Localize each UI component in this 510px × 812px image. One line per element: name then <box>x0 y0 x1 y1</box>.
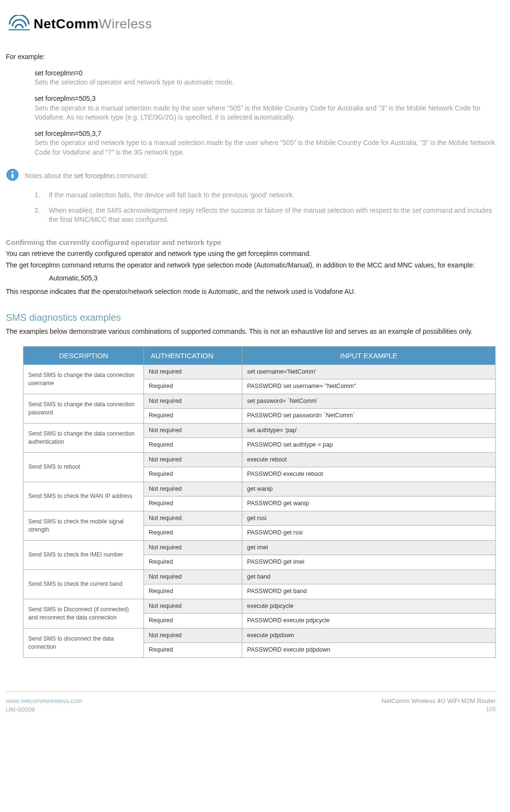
cell-auth: Not required <box>144 423 242 438</box>
cell-input: get wanip <box>242 482 496 497</box>
logo-light: Wireless <box>99 16 152 31</box>
table-row: Send SMS to change the data connection u… <box>24 364 496 379</box>
footer-um: UM-00009 <box>6 705 83 714</box>
cell-description: Send SMS to check the WAN IP address <box>24 482 144 511</box>
footer-page: 103 <box>381 705 496 714</box>
cell-auth: Required <box>144 584 242 599</box>
cell-input: get band <box>242 570 496 584</box>
table-row: Send SMS to check the mobile signal stre… <box>24 511 496 526</box>
example-cmd-2: set forceplmn=505,3,7 <box>35 129 496 139</box>
note-item-1: 1. If the manual selection fails, the de… <box>35 191 496 200</box>
confirm-p1: You can retrieve the currently configure… <box>6 249 496 259</box>
svg-rect-3 <box>12 174 13 178</box>
example-desc-1: Sets the operator to a manual selection … <box>35 104 496 122</box>
cell-auth: Not required <box>144 511 242 526</box>
cell-auth: Not required <box>144 394 242 409</box>
cell-description: Send SMS to check the IMEI number <box>24 540 144 570</box>
cell-auth: Required <box>144 643 242 658</box>
example-cmd-0: set forceplmn=0 <box>35 69 496 78</box>
cell-auth: Not required <box>144 570 242 584</box>
table-row: Send SMS to check the WAN IP addressNot … <box>24 482 496 497</box>
cell-auth: Not required <box>144 364 242 379</box>
table-row: Send SMS to check the IMEI numberNot req… <box>24 540 496 555</box>
cell-input: PASSWORD set authtype = pap <box>242 438 496 453</box>
example-desc-2: Sets the operator and network type to a … <box>35 138 496 157</box>
page-footer: www.netcommwireless.com UM-00009 NetComm… <box>6 691 496 714</box>
note-text-1: If the manual selection fails, the devic… <box>49 191 295 200</box>
table-row: Send SMS to change the data connection p… <box>24 394 496 409</box>
cell-auth: Required <box>144 555 242 570</box>
confirm-heading: Confirming the currently configured oper… <box>6 237 496 247</box>
table-row: Send SMS to rebootNot requiredexecute re… <box>24 452 496 467</box>
cell-auth: Not required <box>144 599 242 614</box>
cell-auth: Not required <box>144 452 242 467</box>
svg-point-4 <box>12 171 13 173</box>
cell-input: PASSWORD get band <box>242 584 496 599</box>
cell-auth: Required <box>144 467 242 482</box>
cell-input: set authtype= 'pap' <box>242 423 496 438</box>
cell-input: execute pdpcycle <box>242 599 496 614</box>
cell-input: PASSWORD execute pdpdown <box>242 643 496 658</box>
cell-description: Send SMS to disconnect the data connecti… <box>24 628 144 657</box>
cell-description: Send SMS to change the data connection p… <box>24 394 144 423</box>
confirm-p3: This response indicates that the operato… <box>6 287 496 297</box>
confirm-p2: The get forceplmn command returns the op… <box>6 261 496 270</box>
table-row: Send SMS to check the current bandNot re… <box>24 570 496 584</box>
cell-input: execute pdpdown <box>242 628 496 643</box>
cell-auth: Required <box>144 526 242 541</box>
cell-auth: Required <box>144 497 242 511</box>
info-icon <box>6 168 19 184</box>
cell-input: PASSWORD set username= "NetComm" <box>242 379 496 394</box>
cell-auth: Not required <box>144 482 242 497</box>
diag-heading: SMS diagnostics examples <box>6 311 496 324</box>
cell-input: PASSWORD execute pdpcycle <box>242 614 496 629</box>
cell-input: execute reboot <box>242 452 496 467</box>
cell-auth: Required <box>144 614 242 629</box>
cell-description: Send SMS to change the data connection u… <box>24 364 144 394</box>
cell-auth: Required <box>144 438 242 453</box>
notes-label-pre: Notes about the <box>25 172 74 180</box>
footer-product: NetComm Wireless 4G WiFi M2M Router <box>381 697 496 705</box>
cell-description: Send SMS to check the current band <box>24 570 144 599</box>
example-desc-0: Sets the selection of operator and netwo… <box>35 78 496 87</box>
cell-input: get rssi <box>242 511 496 526</box>
th-input: INPUT EXAMPLE <box>242 346 496 364</box>
footer-url: www.netcommwireless.com <box>6 697 83 705</box>
note-number-2: 2. <box>35 206 40 225</box>
cell-input: get imei <box>242 540 496 555</box>
notes-label-post: command: <box>115 172 148 180</box>
cell-input: PASSWORD get rssi <box>242 526 496 541</box>
cell-description: Send SMS to reboot <box>24 452 144 482</box>
cell-auth: Required <box>144 379 242 394</box>
diag-intro: The examples below demonstrate various c… <box>6 327 496 337</box>
confirm-example: Automatic,505,3 <box>49 274 496 283</box>
note-item-2: 2. When enabled, the SMS acknowledgement… <box>35 206 496 225</box>
cell-input: PASSWORD get imei <box>242 555 496 570</box>
th-description: DESCRIPTION <box>24 346 144 364</box>
cell-description: Send SMS to check the mobile signal stre… <box>24 511 144 540</box>
table-row: Send SMS to disconnect the data connecti… <box>24 628 496 643</box>
table-row: Send SMS to Disconnect (if connected) an… <box>24 599 496 614</box>
note-number-1: 1. <box>35 191 40 200</box>
notes-label-cmd: set forceplmn <box>74 172 115 180</box>
cell-auth: Not required <box>144 628 242 643</box>
logo-bold: NetComm <box>34 16 99 31</box>
table-row: Send SMS to change the data connection a… <box>24 423 496 438</box>
cell-auth: Required <box>144 409 242 424</box>
cell-input: PASSWORD execute reboot <box>242 467 496 482</box>
example-cmd-1: set forceplmn=505,3 <box>35 94 496 104</box>
th-authentication: AUTHENTICATION <box>144 346 242 364</box>
cell-description: Send SMS to Disconnect (if connected) an… <box>24 599 144 628</box>
cell-input: set password= `NetComm` <box>242 394 496 409</box>
sms-table: DESCRIPTION AUTHENTICATION INPUT EXAMPLE… <box>23 346 496 658</box>
cell-description: Send SMS to change the data connection a… <box>24 423 144 452</box>
cell-input: PASSWORD set password= `NetComm` <box>242 409 496 424</box>
wifi-icon <box>9 15 30 33</box>
logo: NetCommWireless <box>9 14 496 33</box>
notes-label: Notes about the set forceplmn command: <box>25 171 148 181</box>
cell-input: set username='NetComm' <box>242 364 496 379</box>
logo-text: NetCommWireless <box>34 14 152 33</box>
note-text-2: When enabled, the SMS acknowledgement re… <box>49 206 496 225</box>
cell-input: PASSWORD get wanip <box>242 497 496 511</box>
cell-auth: Not required <box>144 540 242 555</box>
